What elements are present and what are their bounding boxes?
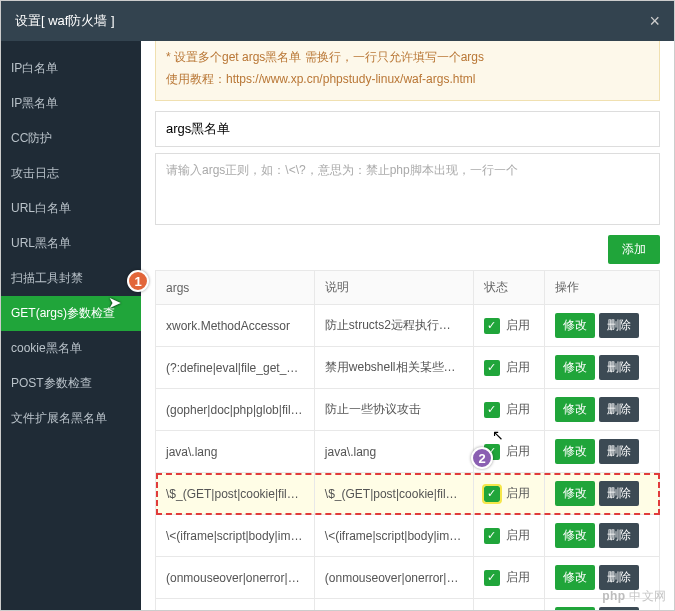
table-header-row: args 说明 状态 操作 (156, 271, 660, 305)
sidebar-item-attack-log[interactable]: 攻击日志 (1, 156, 141, 191)
cell-desc: \|\.*(?:ls|pwd|whoami|ll|ifc... (314, 599, 473, 610)
sidebar-item-cc[interactable]: CC防护 (1, 121, 141, 156)
cell-status: ✓启用 (473, 557, 544, 599)
cell-args: xwork.MethodAccessor (156, 305, 315, 347)
th-status: 状态 (473, 271, 544, 305)
notice-box: * 设置多个get args黑名单 需换行，一行只允许填写一个args 使用教程… (155, 41, 660, 101)
cell-status: ✓启用 (473, 473, 544, 515)
cell-args: \$_(GET|post|cookie|files|... (156, 473, 315, 515)
modify-button[interactable]: 修改 (555, 397, 595, 422)
delete-button[interactable]: 删除 (599, 565, 639, 590)
modify-button[interactable]: 修改 (555, 313, 595, 338)
modal-body: IP白名单 IP黑名单 CC防护 攻击日志 URL白名单 URL黑名单 扫描工具… (1, 41, 674, 610)
cell-status: ✓启用 (473, 347, 544, 389)
table-row: (?:define|eval|file_get_co...禁用webshell相… (156, 347, 660, 389)
notice-line1: * 设置多个get args黑名单 需换行，一行只允许填写一个args (166, 47, 649, 69)
cell-desc: 防止structs2远程执行方法 (314, 305, 473, 347)
table-row: \$_(GET|post|cookie|files|...\$_(GET|pos… (156, 473, 660, 515)
cell-ops: 修改删除 (544, 347, 659, 389)
add-row: 添加 (155, 235, 660, 264)
modal-container: 设置[ waf防火墙 ] × IP白名单 IP黑名单 CC防护 攻击日志 URL… (0, 0, 675, 611)
th-desc: 说明 (314, 271, 473, 305)
delete-button[interactable]: 删除 (599, 397, 639, 422)
sidebar-item-url-whitelist[interactable]: URL白名单 (1, 191, 141, 226)
table-row: java\.langjava\.lang✓启用修改删除 (156, 431, 660, 473)
cell-desc: (onmouseover|onerror|onl... (314, 557, 473, 599)
sidebar-item-scanner-block[interactable]: 扫描工具封禁 (1, 261, 141, 296)
modify-button[interactable]: 修改 (555, 355, 595, 380)
th-ops: 操作 (544, 271, 659, 305)
status-toggle[interactable]: ✓启用 (484, 569, 530, 586)
modify-button[interactable]: 修改 (555, 523, 595, 548)
delete-button[interactable]: 删除 (599, 523, 639, 548)
check-icon: ✓ (484, 570, 500, 586)
cell-desc: 禁用webshell相关某些函数 (314, 347, 473, 389)
check-icon: ✓ (484, 318, 500, 334)
table-row: (gopher|doc|php|glob|file|...防止一些协议攻击✓启用… (156, 389, 660, 431)
status-label: 启用 (506, 401, 530, 418)
sidebar-item-cookie-blacklist[interactable]: cookie黑名单 (1, 331, 141, 366)
annotation-marker-2: 2 (471, 447, 493, 469)
cell-args: (?:define|eval|file_get_co... (156, 347, 315, 389)
check-icon: ✓ (484, 360, 500, 376)
cell-ops: 修改删除 (544, 389, 659, 431)
cell-desc: java\.lang (314, 431, 473, 473)
sidebar-item-ip-blacklist[interactable]: IP黑名单 (1, 86, 141, 121)
modify-button[interactable]: 修改 (555, 439, 595, 464)
check-icon: ✓ (484, 486, 500, 502)
sidebar-item-url-blacklist[interactable]: URL黑名单 (1, 226, 141, 261)
status-label: 启用 (506, 317, 530, 334)
delete-button[interactable]: 删除 (599, 313, 639, 338)
table-row: \<(iframe|script|body|img|l...\<(iframe|… (156, 515, 660, 557)
th-args: args (156, 271, 315, 305)
status-label: 启用 (506, 443, 530, 460)
table-row: (onmouseover|onerror|on...(onmouseover|o… (156, 557, 660, 599)
cell-args: \|\.*(?:ls|pwd|whoami|ll|ifc... (156, 599, 315, 610)
titlebar: 设置[ waf防火墙 ] × (1, 1, 674, 41)
status-toggle[interactable]: ✓启用 (484, 317, 530, 334)
delete-button[interactable]: 删除 (599, 439, 639, 464)
main-panel: * 设置多个get args黑名单 需换行，一行只允许填写一个args 使用教程… (141, 41, 674, 610)
status-toggle[interactable]: ✓启用 (484, 359, 530, 376)
notice-line2-prefix: 使用教程： (166, 72, 226, 86)
status-label: 启用 (506, 485, 530, 502)
modify-button[interactable]: 修改 (555, 565, 595, 590)
check-icon: ✓ (484, 528, 500, 544)
cell-desc: 防止一些协议攻击 (314, 389, 473, 431)
sidebar: IP白名单 IP黑名单 CC防护 攻击日志 URL白名单 URL黑名单 扫描工具… (1, 41, 141, 610)
cell-args: (gopher|doc|php|glob|file|... (156, 389, 315, 431)
section-title: args黑名单 (155, 111, 660, 147)
cell-ops: 修改删除 (544, 305, 659, 347)
cursor-arrow-icon: ↖ (492, 427, 504, 443)
titlebar-title: 设置[ waf防火墙 ] (15, 12, 115, 30)
delete-button[interactable]: 删除 (599, 355, 639, 380)
status-toggle[interactable]: ✓启用 (484, 485, 530, 502)
cell-ops: 修改删除 (544, 515, 659, 557)
notice-line2: 使用教程：https://www.xp.cn/phpstudy-linux/wa… (166, 69, 649, 91)
delete-button[interactable]: 删除 (599, 481, 639, 506)
notice-link[interactable]: https://www.xp.cn/phpstudy-linux/waf-arg… (226, 72, 475, 86)
sidebar-item-ext-blacklist[interactable]: 文件扩展名黑名单 (1, 401, 141, 436)
modify-button[interactable]: 修改 (555, 481, 595, 506)
annotation-marker-1: 1 (127, 270, 149, 292)
cell-args: \<(iframe|script|body|img|l... (156, 515, 315, 557)
close-icon[interactable]: × (649, 11, 660, 32)
cell-args: (onmouseover|onerror|on... (156, 557, 315, 599)
modify-button[interactable]: 修改 (555, 607, 595, 610)
status-toggle[interactable]: ✓启用 (484, 401, 530, 418)
delete-button[interactable]: 删除 (599, 607, 639, 610)
cell-status: ✓启用 (473, 515, 544, 557)
cell-desc: \<(iframe|script|body|img|l... (314, 515, 473, 557)
cell-desc: \$_(GET|post|cookie|files|... (314, 473, 473, 515)
add-button[interactable]: 添加 (608, 235, 660, 264)
check-icon: ✓ (484, 402, 500, 418)
sidebar-item-post-args[interactable]: POST参数检查 (1, 366, 141, 401)
cell-status: ✓启用 (473, 599, 544, 610)
cell-args: java\.lang (156, 431, 315, 473)
sidebar-item-ip-whitelist[interactable]: IP白名单 (1, 51, 141, 86)
table-row: xwork.MethodAccessor防止structs2远程执行方法✓启用修… (156, 305, 660, 347)
rules-table: args 说明 状态 操作 xwork.MethodAccessor防止stru… (155, 270, 660, 610)
args-textarea[interactable]: 请输入args正则，如：\<\?，意思为：禁止php脚本出现，一行一个 (155, 153, 660, 225)
status-toggle[interactable]: ✓启用 (484, 527, 530, 544)
cell-status: ✓启用 (473, 305, 544, 347)
